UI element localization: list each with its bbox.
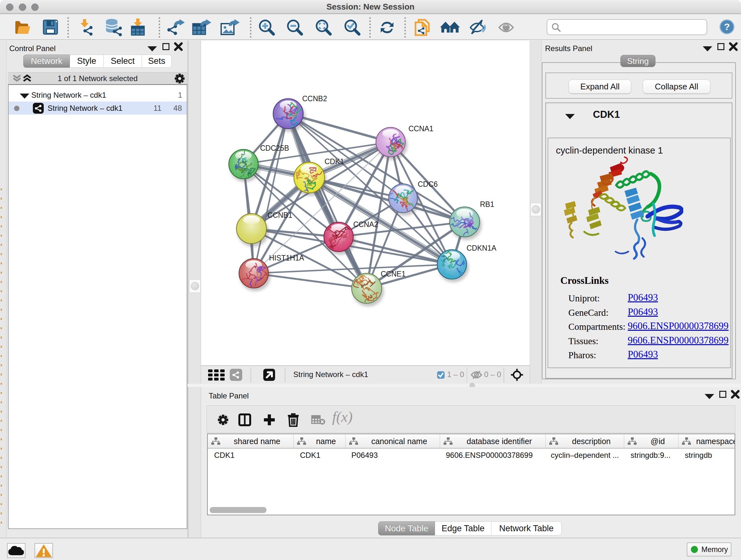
svg-text:CCNB2: CCNB2 bbox=[302, 95, 327, 103]
svg-text:CCNA2: CCNA2 bbox=[353, 220, 378, 229]
svg-text:CCNE1: CCNE1 bbox=[381, 270, 406, 278]
svg-text:CDC25B: CDC25B bbox=[260, 144, 289, 152]
svg-text:CCNA1: CCNA1 bbox=[408, 125, 433, 133]
svg-text:HIST1H1A: HIST1H1A bbox=[269, 254, 305, 262]
svg-text:CDK1: CDK1 bbox=[325, 158, 344, 166]
svg-text:CDC6: CDC6 bbox=[418, 180, 438, 188]
svg-text:RB1: RB1 bbox=[480, 200, 494, 208]
svg-text:CCNB1: CCNB1 bbox=[267, 211, 292, 219]
svg-text:?: ? bbox=[724, 21, 730, 32]
svg-text:CDKN1A: CDKN1A bbox=[467, 244, 496, 252]
